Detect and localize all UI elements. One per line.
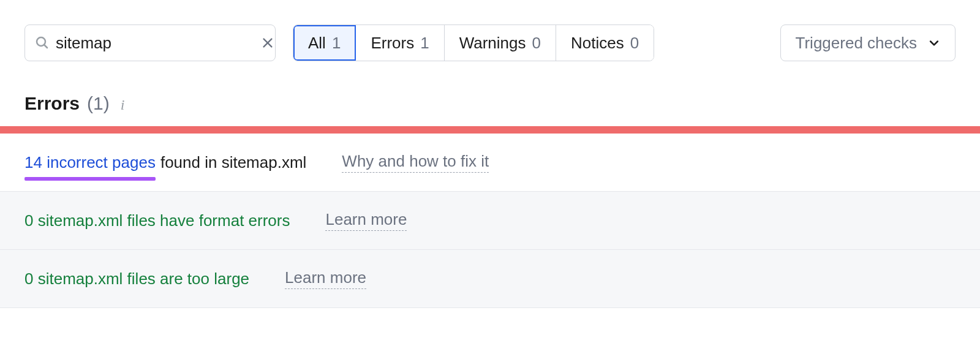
info-icon[interactable]: i (121, 97, 125, 113)
tab-count: 1 (332, 34, 341, 53)
help-link[interactable]: Why and how to fix it (342, 152, 489, 173)
issue-description: 0 sitemap.xml files have format errors (24, 211, 290, 230)
section-count: (1) (87, 93, 110, 114)
tab-errors[interactable]: Errors 1 (356, 25, 444, 61)
filter-tabs: All 1 Errors 1 Warnings 0 Notices 0 (293, 24, 654, 61)
issue-count-link[interactable]: 14 incorrect pages (24, 153, 156, 172)
tab-label: All (308, 34, 326, 53)
search-icon (35, 36, 50, 50)
help-link[interactable]: Learn more (285, 268, 366, 289)
issue-suffix: found in sitemap.xml (160, 153, 306, 172)
issue-zero-text: 0 sitemap.xml files have format errors (24, 211, 290, 230)
tab-count: 0 (630, 34, 639, 53)
tab-count: 1 (420, 34, 429, 53)
search-box[interactable] (24, 24, 276, 61)
issue-row: 14 incorrect pages found in sitemap.xml … (0, 134, 980, 192)
svg-line-1 (44, 45, 47, 48)
tab-count: 0 (532, 34, 540, 53)
search-input[interactable] (50, 34, 261, 53)
tab-label: Warnings (459, 34, 526, 53)
help-link[interactable]: Learn more (325, 210, 407, 231)
issue-description: 0 sitemap.xml files are too large (24, 269, 249, 288)
dropdown-label: Triggered checks (796, 34, 917, 53)
issue-row: 0 sitemap.xml files have format errors L… (0, 192, 980, 250)
triggered-checks-dropdown[interactable]: Triggered checks (780, 24, 956, 61)
issue-row: 0 sitemap.xml files are too large Learn … (0, 250, 980, 308)
section-header: Errors (1) i (0, 61, 980, 126)
section-title: Errors (24, 93, 80, 114)
issue-zero-text: 0 sitemap.xml files are too large (24, 269, 249, 288)
clear-icon[interactable] (261, 36, 274, 50)
toolbar: All 1 Errors 1 Warnings 0 Notices 0 Trig… (0, 0, 980, 61)
tab-notices[interactable]: Notices 0 (556, 25, 654, 61)
tab-warnings[interactable]: Warnings 0 (445, 25, 556, 61)
tab-label: Errors (371, 34, 414, 53)
issue-description: 14 incorrect pages found in sitemap.xml (24, 153, 306, 172)
tab-label: Notices (571, 34, 624, 53)
chevron-down-icon (928, 37, 940, 49)
error-severity-bar (0, 126, 980, 134)
tab-all[interactable]: All 1 (293, 25, 356, 61)
